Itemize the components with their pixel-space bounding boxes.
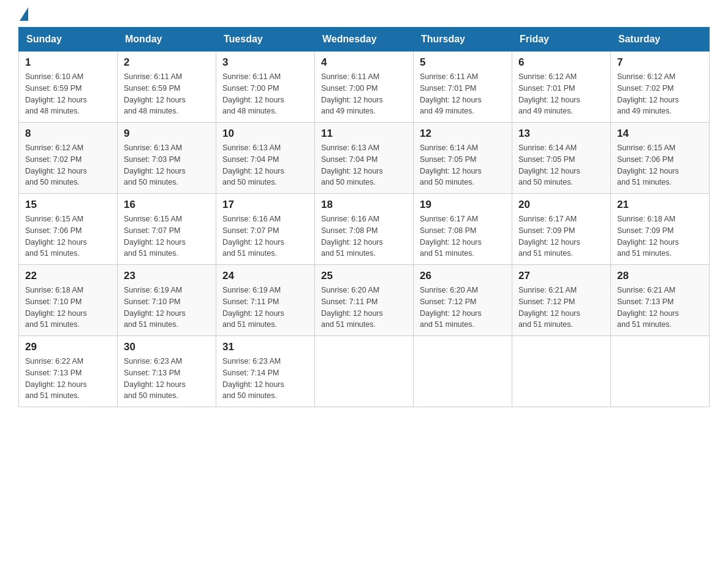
calendar-day-cell: 31Sunrise: 6:23 AMSunset: 7:14 PMDayligh…	[216, 336, 315, 407]
calendar-day-cell: 19Sunrise: 6:17 AMSunset: 7:08 PMDayligh…	[414, 194, 512, 265]
calendar-day-cell: 16Sunrise: 6:15 AMSunset: 7:07 PMDayligh…	[118, 194, 216, 265]
calendar-day-cell: 15Sunrise: 6:15 AMSunset: 7:06 PMDayligh…	[19, 194, 118, 265]
day-number: 20	[518, 199, 604, 211]
day-number: 15	[25, 199, 111, 211]
day-number: 14	[617, 128, 703, 140]
day-info: Sunrise: 6:23 AMSunset: 7:14 PMDaylight:…	[222, 356, 308, 402]
day-number: 25	[321, 270, 407, 282]
calendar-day-cell: 18Sunrise: 6:16 AMSunset: 7:08 PMDayligh…	[315, 194, 414, 265]
day-of-week-header: Monday	[118, 28, 216, 52]
calendar-day-cell: 7Sunrise: 6:12 AMSunset: 7:02 PMDaylight…	[611, 52, 710, 123]
day-info: Sunrise: 6:16 AMSunset: 7:07 PMDaylight:…	[222, 213, 308, 259]
calendar-day-cell: 29Sunrise: 6:22 AMSunset: 7:13 PMDayligh…	[19, 336, 118, 407]
day-number: 3	[222, 56, 308, 69]
day-info: Sunrise: 6:11 AMSunset: 7:00 PMDaylight:…	[321, 71, 407, 117]
day-of-week-header: Tuesday	[216, 28, 315, 52]
day-info: Sunrise: 6:10 AMSunset: 6:59 PMDaylight:…	[25, 71, 111, 117]
day-info: Sunrise: 6:11 AMSunset: 7:00 PMDaylight:…	[222, 71, 308, 117]
calendar-day-cell: 5Sunrise: 6:11 AMSunset: 7:01 PMDaylight…	[414, 52, 512, 123]
day-info: Sunrise: 6:13 AMSunset: 7:03 PMDaylight:…	[124, 142, 210, 188]
day-info: Sunrise: 6:20 AMSunset: 7:11 PMDaylight:…	[321, 285, 407, 331]
calendar-day-cell: 2Sunrise: 6:11 AMSunset: 6:59 PMDaylight…	[118, 52, 216, 123]
logo-top-row	[18, 12, 28, 21]
day-info: Sunrise: 6:11 AMSunset: 7:01 PMDaylight:…	[420, 71, 506, 117]
logo	[18, 12, 28, 21]
day-number: 26	[420, 270, 506, 282]
day-number: 6	[518, 56, 604, 69]
day-info: Sunrise: 6:19 AMSunset: 7:10 PMDaylight:…	[124, 285, 210, 331]
calendar-table: SundayMondayTuesdayWednesdayThursdayFrid…	[18, 27, 710, 407]
day-number: 23	[124, 270, 210, 282]
calendar-day-cell: 20Sunrise: 6:17 AMSunset: 7:09 PMDayligh…	[512, 194, 611, 265]
calendar-day-cell: 13Sunrise: 6:14 AMSunset: 7:05 PMDayligh…	[512, 123, 611, 194]
calendar-day-cell	[315, 336, 414, 407]
day-info: Sunrise: 6:18 AMSunset: 7:10 PMDaylight:…	[25, 285, 111, 331]
calendar-day-cell: 14Sunrise: 6:15 AMSunset: 7:06 PMDayligh…	[611, 123, 710, 194]
calendar-day-cell: 30Sunrise: 6:23 AMSunset: 7:13 PMDayligh…	[118, 336, 216, 407]
calendar-day-cell: 12Sunrise: 6:14 AMSunset: 7:05 PMDayligh…	[414, 123, 512, 194]
day-of-week-header: Friday	[512, 28, 611, 52]
day-number: 10	[222, 128, 308, 140]
day-number: 5	[420, 56, 506, 69]
day-info: Sunrise: 6:12 AMSunset: 7:01 PMDaylight:…	[518, 71, 604, 117]
day-number: 18	[321, 199, 407, 211]
page-header	[18, 12, 710, 21]
day-info: Sunrise: 6:14 AMSunset: 7:05 PMDaylight:…	[518, 142, 604, 188]
day-number: 24	[222, 270, 308, 282]
day-number: 29	[25, 341, 111, 353]
day-number: 4	[321, 56, 407, 69]
day-info: Sunrise: 6:11 AMSunset: 6:59 PMDaylight:…	[124, 71, 210, 117]
day-info: Sunrise: 6:15 AMSunset: 7:06 PMDaylight:…	[617, 142, 703, 188]
day-number: 17	[222, 199, 308, 211]
calendar-day-cell: 21Sunrise: 6:18 AMSunset: 7:09 PMDayligh…	[611, 194, 710, 265]
day-info: Sunrise: 6:16 AMSunset: 7:08 PMDaylight:…	[321, 213, 407, 259]
calendar-day-cell: 26Sunrise: 6:20 AMSunset: 7:12 PMDayligh…	[414, 265, 512, 336]
calendar-day-cell: 8Sunrise: 6:12 AMSunset: 7:02 PMDaylight…	[19, 123, 118, 194]
day-of-week-header: Saturday	[611, 28, 710, 52]
day-of-week-header: Thursday	[414, 28, 512, 52]
calendar-header-row: SundayMondayTuesdayWednesdayThursdayFrid…	[19, 28, 710, 52]
calendar-week-row: 8Sunrise: 6:12 AMSunset: 7:02 PMDaylight…	[19, 123, 710, 194]
calendar-day-cell: 10Sunrise: 6:13 AMSunset: 7:04 PMDayligh…	[216, 123, 315, 194]
calendar-week-row: 1Sunrise: 6:10 AMSunset: 6:59 PMDaylight…	[19, 52, 710, 123]
day-number: 1	[25, 56, 111, 69]
day-number: 22	[25, 270, 111, 282]
day-info: Sunrise: 6:23 AMSunset: 7:13 PMDaylight:…	[124, 356, 210, 402]
day-number: 11	[321, 128, 407, 140]
calendar-day-cell: 17Sunrise: 6:16 AMSunset: 7:07 PMDayligh…	[216, 194, 315, 265]
calendar-week-row: 15Sunrise: 6:15 AMSunset: 7:06 PMDayligh…	[19, 194, 710, 265]
day-of-week-header: Wednesday	[315, 28, 414, 52]
calendar-week-row: 22Sunrise: 6:18 AMSunset: 7:10 PMDayligh…	[19, 265, 710, 336]
calendar-day-cell: 25Sunrise: 6:20 AMSunset: 7:11 PMDayligh…	[315, 265, 414, 336]
calendar-day-cell: 11Sunrise: 6:13 AMSunset: 7:04 PMDayligh…	[315, 123, 414, 194]
day-number: 21	[617, 199, 703, 211]
logo-group	[18, 12, 28, 21]
day-number: 28	[617, 270, 703, 282]
day-info: Sunrise: 6:12 AMSunset: 7:02 PMDaylight:…	[617, 71, 703, 117]
day-number: 31	[222, 341, 308, 353]
day-info: Sunrise: 6:21 AMSunset: 7:12 PMDaylight:…	[518, 285, 604, 331]
day-number: 7	[617, 56, 703, 69]
calendar-day-cell: 4Sunrise: 6:11 AMSunset: 7:00 PMDaylight…	[315, 52, 414, 123]
day-info: Sunrise: 6:17 AMSunset: 7:08 PMDaylight:…	[420, 213, 506, 259]
day-info: Sunrise: 6:19 AMSunset: 7:11 PMDaylight:…	[222, 285, 308, 331]
calendar-day-cell: 23Sunrise: 6:19 AMSunset: 7:10 PMDayligh…	[118, 265, 216, 336]
day-info: Sunrise: 6:13 AMSunset: 7:04 PMDaylight:…	[321, 142, 407, 188]
day-number: 30	[124, 341, 210, 353]
day-info: Sunrise: 6:15 AMSunset: 7:06 PMDaylight:…	[25, 213, 111, 259]
day-info: Sunrise: 6:21 AMSunset: 7:13 PMDaylight:…	[617, 285, 703, 331]
calendar-day-cell: 28Sunrise: 6:21 AMSunset: 7:13 PMDayligh…	[611, 265, 710, 336]
day-info: Sunrise: 6:17 AMSunset: 7:09 PMDaylight:…	[518, 213, 604, 259]
day-info: Sunrise: 6:22 AMSunset: 7:13 PMDaylight:…	[25, 356, 111, 402]
day-info: Sunrise: 6:18 AMSunset: 7:09 PMDaylight:…	[617, 213, 703, 259]
day-number: 13	[518, 128, 604, 140]
day-info: Sunrise: 6:14 AMSunset: 7:05 PMDaylight:…	[420, 142, 506, 188]
day-info: Sunrise: 6:12 AMSunset: 7:02 PMDaylight:…	[25, 142, 111, 188]
calendar-day-cell: 1Sunrise: 6:10 AMSunset: 6:59 PMDaylight…	[19, 52, 118, 123]
day-number: 2	[124, 56, 210, 69]
day-info: Sunrise: 6:13 AMSunset: 7:04 PMDaylight:…	[222, 142, 308, 188]
day-info: Sunrise: 6:15 AMSunset: 7:07 PMDaylight:…	[124, 213, 210, 259]
calendar-day-cell	[512, 336, 611, 407]
logo-triangle-icon	[20, 7, 28, 21]
calendar-day-cell: 9Sunrise: 6:13 AMSunset: 7:03 PMDaylight…	[118, 123, 216, 194]
